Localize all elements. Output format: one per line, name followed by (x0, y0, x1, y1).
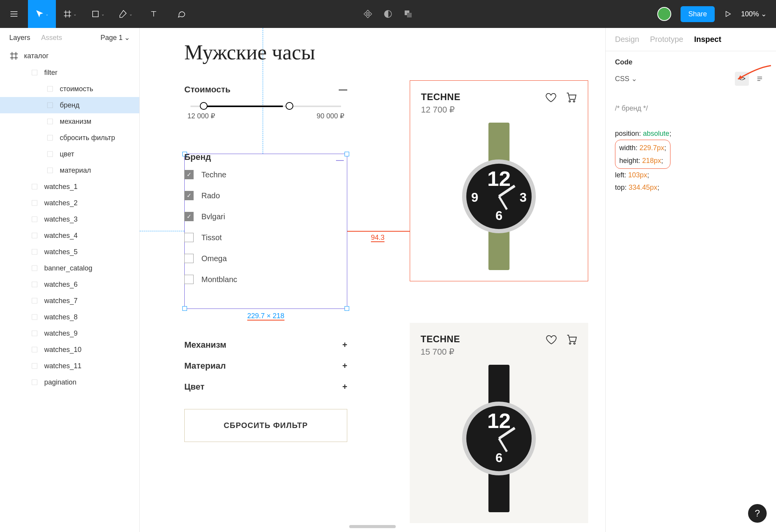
layer-item[interactable]: watches_1 (0, 178, 139, 195)
product-card-1[interactable]: TECHNE 12 700 ₽ 12 6 9 3 (410, 80, 588, 281)
layer-item[interactable]: watches_3 (0, 211, 139, 227)
svg-rect-11 (32, 184, 37, 189)
cart-icon[interactable] (566, 334, 577, 345)
svg-rect-19 (32, 314, 37, 320)
boolean-icon[interactable] (404, 9, 413, 19)
group-icon (30, 329, 39, 338)
comment-tool[interactable] (168, 0, 196, 28)
components-icon[interactable] (363, 9, 372, 19)
layer-item[interactable]: pagination (0, 374, 139, 390)
slider-max-handle[interactable] (286, 102, 293, 110)
layer-item[interactable]: watches_7 (0, 293, 139, 309)
price-max: 90 000 ₽ (317, 112, 344, 120)
layer-item[interactable]: watches_5 (0, 244, 139, 260)
tab-assets[interactable]: Assets (41, 34, 62, 42)
layer-root[interactable]: каталог (0, 47, 139, 64)
brand-checkbox-row[interactable]: Montblanc (184, 275, 347, 284)
layer-item[interactable]: механизм (0, 113, 139, 130)
share-button[interactable]: Share (681, 6, 715, 22)
checkbox[interactable]: ✓ (184, 170, 194, 179)
svg-rect-15 (32, 249, 37, 255)
brand-checkbox-row[interactable]: Omega (184, 254, 347, 263)
code-block[interactable]: /* бренд */ position: absolute; width: 2… (606, 93, 776, 203)
svg-text:12: 12 (487, 167, 511, 191)
text-tool[interactable] (140, 0, 168, 28)
group-icon (30, 215, 39, 224)
group-icon (30, 182, 39, 191)
heart-icon[interactable] (545, 92, 557, 103)
tab-inspect[interactable]: Inspect (694, 35, 721, 44)
checkbox[interactable]: ✓ (184, 212, 194, 221)
resize-handle-bl[interactable] (182, 306, 187, 311)
group-icon (30, 313, 39, 321)
layer-item[interactable]: watches_9 (0, 325, 139, 341)
heart-icon[interactable] (546, 334, 557, 345)
layer-item[interactable]: материал (0, 162, 139, 178)
layer-item[interactable]: watches_2 (0, 195, 139, 211)
svg-rect-8 (47, 135, 53, 140)
svg-point-25 (573, 101, 575, 102)
top-toolbar: ⌄ ⌄ ⌄ ⌄ Share 100% ⌄ (0, 0, 776, 28)
layer-item[interactable]: watches_8 (0, 309, 139, 325)
brand-checkbox-row[interactable]: ✓Bvlgari (184, 212, 347, 221)
layer-item[interactable]: стоимость (0, 81, 139, 97)
svg-point-35 (574, 343, 575, 344)
product-price: 15 700 ₽ (421, 347, 460, 357)
shape-tool[interactable]: ⌄ (84, 0, 112, 28)
layer-item[interactable]: filter (0, 64, 139, 81)
brand-checkbox-row[interactable]: ✓Rado (184, 191, 347, 200)
checkbox[interactable] (184, 233, 194, 242)
product-card-2[interactable]: TECHNE 15 700 ₽ 12 6 (410, 323, 588, 523)
tab-design[interactable]: Design (615, 35, 639, 44)
layer-item[interactable]: бренд (0, 97, 139, 113)
cart-icon[interactable] (565, 92, 577, 103)
avatar[interactable] (657, 7, 671, 21)
svg-rect-5 (47, 86, 53, 92)
layer-item[interactable]: banner_catalog (0, 260, 139, 276)
move-tool[interactable]: ⌄ (28, 0, 56, 28)
svg-rect-27 (488, 228, 509, 270)
filter-mechanism[interactable]: Механизм+ (184, 334, 347, 355)
svg-point-24 (569, 101, 570, 102)
svg-text:3: 3 (520, 191, 527, 204)
svg-text:12: 12 (487, 409, 511, 433)
scrollbar[interactable] (349, 525, 396, 528)
collapse-icon[interactable]: — (339, 85, 347, 95)
help-button[interactable]: ? (748, 504, 767, 523)
menu-button[interactable] (0, 0, 28, 28)
price-slider[interactable] (191, 106, 341, 107)
canvas[interactable]: Мужские часы Стоимость — 12 000 ₽ 90 000… (140, 28, 605, 532)
inspect-panel: Design Prototype Inspect Code CSS ⌄ <> /… (605, 28, 776, 532)
slider-min-handle[interactable] (200, 102, 208, 110)
checkbox[interactable] (184, 275, 194, 284)
group-icon (30, 280, 39, 289)
layer-item[interactable]: цвет (0, 146, 139, 162)
play-icon[interactable] (724, 10, 732, 18)
frame-tool[interactable]: ⌄ (56, 0, 84, 28)
checkbox[interactable]: ✓ (184, 191, 194, 200)
brand-checkbox-row[interactable]: ✓Techne (184, 170, 347, 179)
mask-icon[interactable] (383, 9, 393, 19)
checkbox[interactable] (184, 254, 194, 263)
tab-prototype[interactable]: Prototype (650, 35, 683, 44)
layer-item[interactable]: watches_6 (0, 276, 139, 293)
layer-item[interactable]: watches_4 (0, 227, 139, 244)
layer-item[interactable]: watches_10 (0, 341, 139, 358)
pen-tool[interactable]: ⌄ (112, 0, 140, 28)
code-lang-selector[interactable]: CSS ⌄ (615, 75, 637, 83)
layers-panel: Layers Assets Page 1 ⌄ каталог filter ст… (0, 28, 140, 532)
tab-layers[interactable]: Layers (9, 34, 30, 42)
selection-dimensions: 229.7 × 218 (247, 312, 284, 320)
filter-color[interactable]: Цвет+ (184, 376, 347, 397)
reset-filter-button[interactable]: СБРОСИТЬ ФИЛЬТР (184, 409, 347, 442)
resize-handle-br[interactable] (345, 306, 349, 311)
group-icon (30, 296, 39, 305)
product-brand: TECHNE (421, 92, 461, 102)
zoom-level[interactable]: 100% ⌄ (741, 10, 767, 18)
layer-item[interactable]: watches_11 (0, 358, 139, 374)
brand-checkbox-row[interactable]: Tissot (184, 233, 347, 242)
frame-icon (63, 10, 72, 18)
page-selector[interactable]: Page 1 ⌄ (100, 33, 130, 42)
filter-material[interactable]: Материал+ (184, 355, 347, 376)
layer-item[interactable]: сбросить фильтр (0, 130, 139, 146)
